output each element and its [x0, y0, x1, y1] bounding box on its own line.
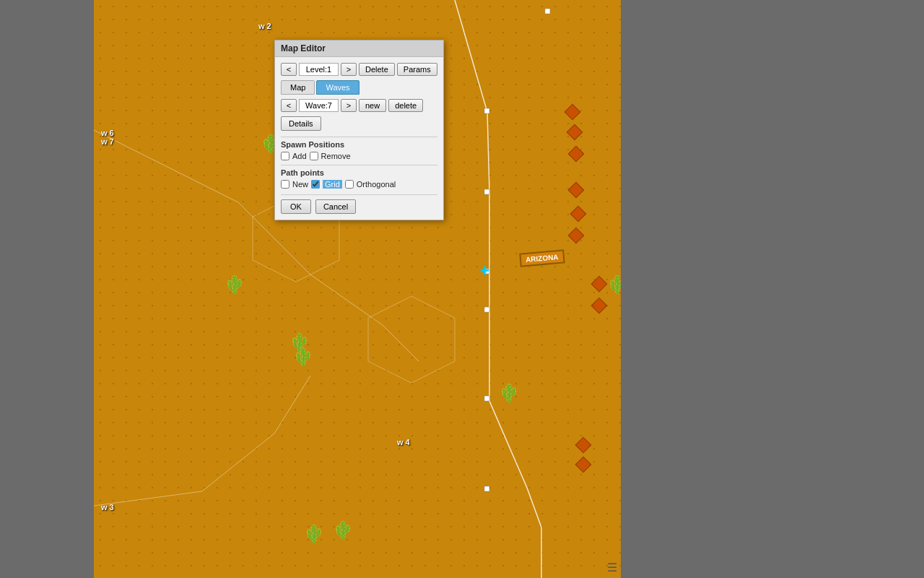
arizona-sign: ARIZONA: [519, 249, 565, 267]
svg-rect-6: [484, 396, 489, 401]
enemy-sprite: [568, 146, 585, 163]
enemy-sprite: [570, 206, 587, 223]
cactus-sprite: 🌵: [498, 383, 513, 405]
svg-rect-8: [545, 9, 550, 14]
waypoint-w3: w 3: [101, 503, 114, 512]
dialog-title: Map Editor: [275, 40, 443, 57]
grid-checkbox[interactable]: [311, 180, 320, 189]
enemy-sprite: [591, 276, 608, 293]
delete-wave-button[interactable]: delete: [388, 99, 423, 112]
separator-1: [281, 137, 437, 137]
wave-nav-row: < Wave:7 > new delete: [281, 99, 437, 112]
svg-rect-3: [484, 189, 489, 194]
enemy-sprite: [575, 437, 592, 454]
tab-map[interactable]: Map: [281, 80, 315, 95]
remove-checkbox[interactable]: [310, 152, 318, 160]
right-sidebar: [621, 0, 924, 578]
cactus-sprite: 🌵: [606, 275, 621, 296]
enemy-sprite: [565, 104, 581, 121]
map-editor-dialog: Map Editor < Level:1 > Delete Params Map…: [274, 40, 444, 220]
tab-bar: Map Waves: [281, 80, 437, 95]
wave-next-button[interactable]: >: [341, 99, 357, 112]
grid-label: Grid: [323, 180, 342, 189]
ok-button[interactable]: OK: [281, 199, 311, 214]
cactus-sprite: 🌵: [303, 524, 318, 545]
enemy-sprite: [575, 457, 592, 473]
level-prev-button[interactable]: <: [281, 63, 297, 76]
spawn-checkboxes: Add Remove: [281, 152, 437, 160]
new-wave-button[interactable]: new: [359, 99, 386, 112]
svg-rect-2: [484, 108, 489, 113]
enemy-sprite: [591, 298, 608, 314]
orthogonal-label: Orthogonal: [357, 180, 396, 189]
new-checkbox[interactable]: [281, 180, 289, 189]
orthogonal-checkbox[interactable]: [345, 180, 354, 189]
hamburger-icon[interactable]: ☰: [607, 561, 617, 574]
new-path-label: New: [292, 180, 308, 189]
separator-2: [281, 165, 437, 165]
waypoint-w4: w 4: [397, 438, 410, 447]
remove-label: Remove: [321, 152, 351, 160]
waypoint-w2: w 2: [258, 22, 271, 30]
spawn-positions-label: Spawn Positions: [281, 140, 437, 149]
cancel-button[interactable]: Cancel: [315, 199, 356, 214]
details-button[interactable]: Details: [281, 116, 321, 131]
add-checkbox[interactable]: [281, 152, 289, 160]
delete-button[interactable]: Delete: [359, 63, 395, 76]
svg-rect-5: [484, 307, 489, 312]
cactus-sprite: 🌵: [224, 275, 238, 296]
separator-3: [281, 194, 437, 195]
level-next-button[interactable]: >: [341, 63, 357, 76]
path-points-label: Path points: [281, 168, 437, 177]
enemy-sprite: [568, 182, 585, 199]
svg-rect-7: [484, 486, 489, 491]
cactus-sprite: 🌵: [260, 134, 274, 155]
waypoint-w6: w 6w 7: [101, 129, 114, 146]
svg-marker-1: [368, 296, 455, 383]
cactus-sprite: 🌵: [332, 520, 346, 542]
wave-display: Wave:7: [299, 99, 339, 112]
params-button[interactable]: Params: [397, 63, 437, 76]
left-sidebar: [0, 0, 94, 578]
level-display: Level:1: [299, 63, 339, 76]
tab-waves[interactable]: Waves: [316, 80, 359, 95]
wave-prev-button[interactable]: <: [281, 99, 297, 112]
path-checkboxes: New Grid Orthogonal: [281, 180, 437, 189]
enemy-sprite: [567, 124, 583, 141]
enemy-sprite: [568, 228, 585, 244]
add-label: Add: [292, 152, 307, 160]
cursor-cross: +: [480, 262, 489, 280]
level-nav-row: < Level:1 > Delete Params: [281, 63, 437, 76]
cactus-sprite: 🌵: [292, 347, 307, 368]
